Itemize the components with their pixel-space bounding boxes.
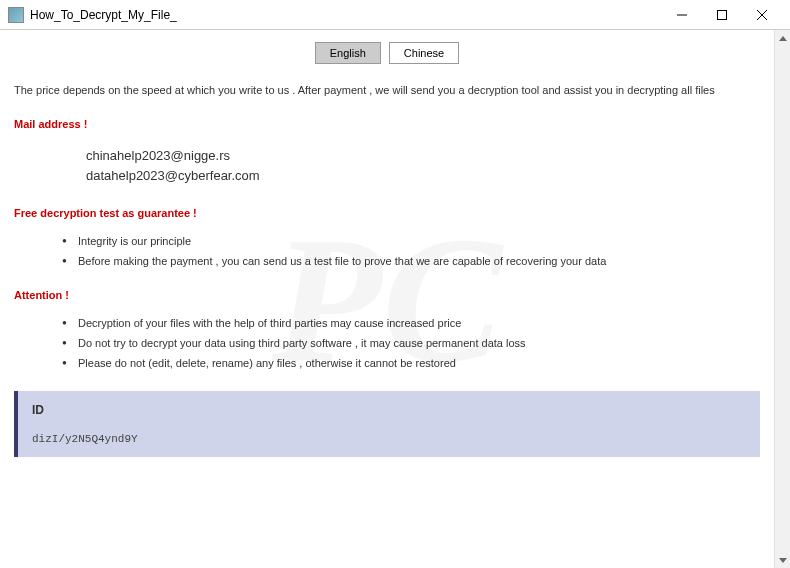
intro-text: The price depends on the speed at which … xyxy=(14,84,760,96)
list-item: Decryption of your files with the help o… xyxy=(62,317,760,329)
email-1: chinahelp2023@nigge.rs xyxy=(86,146,760,166)
svg-rect-1 xyxy=(718,10,727,19)
scroll-down-arrow[interactable] xyxy=(775,552,791,568)
list-item: Do not try to decrypt your data using th… xyxy=(62,337,760,349)
english-button[interactable]: English xyxy=(315,42,381,64)
minimize-button[interactable] xyxy=(662,1,702,29)
titlebar: How_To_Decrypt_My_File_ xyxy=(0,0,790,30)
maximize-button[interactable] xyxy=(702,1,742,29)
mail-header: Mail address ! xyxy=(14,118,760,130)
email-2: datahelp2023@cyberfear.com xyxy=(86,166,760,186)
window-controls xyxy=(662,1,782,29)
scroll-up-arrow[interactable] xyxy=(775,30,791,46)
list-item: Please do not (edit, delete, rename) any… xyxy=(62,357,760,369)
guarantee-list: Integrity is our principle Before making… xyxy=(14,235,760,267)
id-box: ID dizI/y2N5Q4ynd9Y xyxy=(14,391,760,457)
svg-marker-4 xyxy=(779,36,787,41)
attention-header: Attention ! xyxy=(14,289,760,301)
email-list: chinahelp2023@nigge.rs datahelp2023@cybe… xyxy=(14,146,760,185)
window-title: How_To_Decrypt_My_File_ xyxy=(30,8,662,22)
app-icon xyxy=(8,7,24,23)
id-value: dizI/y2N5Q4ynd9Y xyxy=(32,433,746,445)
list-item: Integrity is our principle xyxy=(62,235,760,247)
guarantee-header: Free decryption test as guarantee ! xyxy=(14,207,760,219)
language-selector: English Chinese xyxy=(14,42,760,64)
vertical-scrollbar[interactable] xyxy=(774,30,790,568)
id-label: ID xyxy=(32,403,746,417)
content-wrapper: PC risk.com English Chinese The price de… xyxy=(0,30,790,568)
svg-marker-5 xyxy=(779,558,787,563)
list-item: Before making the payment , you can send… xyxy=(62,255,760,267)
chinese-button[interactable]: Chinese xyxy=(389,42,459,64)
attention-list: Decryption of your files with the help o… xyxy=(14,317,760,369)
close-button[interactable] xyxy=(742,1,782,29)
content-area: PC risk.com English Chinese The price de… xyxy=(0,30,774,568)
